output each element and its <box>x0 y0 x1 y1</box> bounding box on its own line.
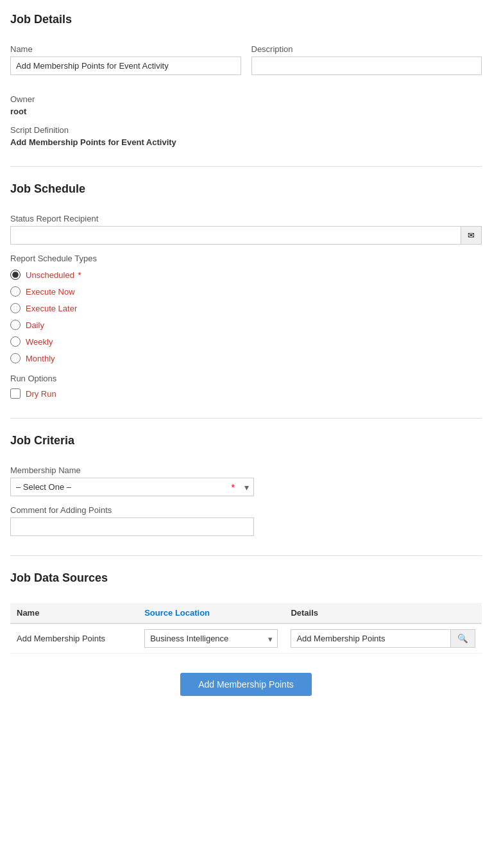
row-details-cell: 🔍 <box>284 623 482 654</box>
name-description-row: Name Description <box>10 44 482 84</box>
status-recipient-label: Status Report Recipient <box>10 214 482 223</box>
source-location-select-wrapper: Business Intelligence Option 2 Option 3 <box>144 629 278 648</box>
comment-input[interactable] <box>10 517 254 536</box>
script-definition-label: Script Definition <box>10 125 482 135</box>
radio-weekly-input[interactable] <box>10 336 21 347</box>
radio-execute-later[interactable]: Execute Later <box>10 303 482 313</box>
details-input[interactable] <box>291 629 450 648</box>
job-schedule-title: Job Schedule <box>10 182 482 201</box>
run-options-label: Run Options <box>10 374 482 383</box>
radio-weekly[interactable]: Weekly <box>10 336 482 347</box>
comment-label: Comment for Adding Points <box>10 505 254 515</box>
col-header-details: Details <box>284 603 482 623</box>
dry-run-checkbox-item[interactable]: Dry Run <box>10 388 482 399</box>
owner-field-group: Owner root <box>10 94 482 116</box>
job-schedule-section: Job Schedule Status Report Recipient ✉ R… <box>10 182 482 399</box>
radio-execute-now-input[interactable] <box>10 286 21 297</box>
email-button[interactable]: ✉ <box>461 226 482 245</box>
script-def-field-group: Script Definition Add Membership Points … <box>10 125 482 147</box>
radio-monthly[interactable]: Monthly <box>10 353 482 363</box>
data-sources-table: Name Source Location Details Add Members <box>10 603 482 654</box>
schedule-radio-group: Unscheduled * Execute Now Execute Later … <box>10 270 482 363</box>
description-input[interactable] <box>251 56 482 75</box>
job-details-section: Job Details Name Description Owner root … <box>10 13 482 147</box>
divider-2 <box>10 418 482 419</box>
table-header-row: Name Source Location Details <box>10 603 482 623</box>
divider-1 <box>10 166 482 167</box>
radio-monthly-label: Monthly <box>26 354 55 363</box>
membership-name-label: Membership Name <box>10 465 482 475</box>
dry-run-checkbox[interactable] <box>10 388 21 399</box>
membership-required-star: * <box>232 482 235 492</box>
table-row: Add Membership Points Business Intellige… <box>10 623 482 654</box>
dry-run-label: Dry Run <box>26 389 56 399</box>
row-name-cell: Add Membership Points <box>10 623 138 654</box>
search-icon: 🔍 <box>457 634 468 643</box>
required-star: * <box>78 270 81 280</box>
radio-monthly-input[interactable] <box>10 353 21 363</box>
membership-name-select-wrapper: – Select One – * <box>10 478 254 496</box>
job-details-title: Job Details <box>10 13 482 31</box>
name-input[interactable] <box>10 56 241 75</box>
col-header-source-location: Source Location <box>138 603 284 623</box>
email-icon: ✉ <box>468 230 475 240</box>
job-criteria-title: Job Criteria <box>10 434 482 453</box>
name-field-group: Name <box>10 44 241 75</box>
radio-daily-label: Daily <box>26 320 44 330</box>
comment-field-group: Comment for Adding Points <box>10 505 254 536</box>
radio-daily[interactable]: Daily <box>10 320 482 330</box>
name-label: Name <box>10 44 241 54</box>
description-label: Description <box>251 44 482 54</box>
email-input-wrapper: ✉ <box>10 226 482 245</box>
status-recipient-group: Status Report Recipient ✉ <box>10 214 482 245</box>
description-field-group: Description <box>251 44 482 75</box>
membership-name-select[interactable]: – Select One – <box>10 478 254 496</box>
job-data-sources-section: Job Data Sources Name Source Location De… <box>10 571 482 654</box>
membership-name-group: Membership Name – Select One – * <box>10 465 482 496</box>
divider-3 <box>10 555 482 556</box>
run-options-group: Run Options Dry Run <box>10 374 482 399</box>
owner-label: Owner <box>10 94 482 104</box>
job-criteria-section: Job Criteria Membership Name – Select On… <box>10 434 482 536</box>
radio-execute-now-label: Execute Now <box>26 287 75 297</box>
radio-execute-later-label: Execute Later <box>26 304 77 313</box>
radio-unscheduled-input[interactable] <box>10 270 21 280</box>
source-location-select[interactable]: Business Intelligence Option 2 Option 3 <box>144 629 278 648</box>
status-recipient-input[interactable] <box>10 226 461 245</box>
search-button[interactable]: 🔍 <box>450 629 475 648</box>
bottom-actions-container: Add Membership Points <box>10 673 482 715</box>
radio-daily-input[interactable] <box>10 320 21 330</box>
owner-value: root <box>10 107 482 116</box>
details-input-wrapper: 🔍 <box>291 629 475 648</box>
job-data-sources-title: Job Data Sources <box>10 571 482 590</box>
report-schedule-group: Report Schedule Types Unscheduled * Exec… <box>10 254 482 363</box>
add-membership-points-button[interactable]: Add Membership Points <box>180 673 312 696</box>
col-header-name: Name <box>10 603 138 623</box>
radio-unscheduled[interactable]: Unscheduled * <box>10 270 482 280</box>
radio-execute-now[interactable]: Execute Now <box>10 286 482 297</box>
radio-execute-later-input[interactable] <box>10 303 21 313</box>
radio-weekly-label: Weekly <box>26 337 53 347</box>
radio-unscheduled-label: Unscheduled * <box>26 270 81 280</box>
script-definition-value: Add Membership Points for Event Activity <box>10 137 482 147</box>
report-schedule-label: Report Schedule Types <box>10 254 482 263</box>
data-sources-table-container: Name Source Location Details Add Members <box>10 603 482 654</box>
row-source-location-cell: Business Intelligence Option 2 Option 3 <box>138 623 284 654</box>
